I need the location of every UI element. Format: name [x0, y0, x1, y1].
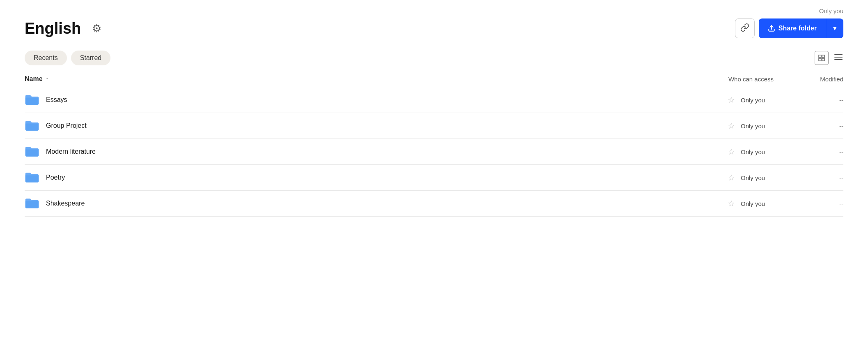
file-name: Essays: [46, 96, 67, 104]
column-modified-header: Modified: [782, 76, 843, 83]
star-icon[interactable]: ☆: [728, 95, 735, 105]
header-section: English ⚙ Share folder: [0, 14, 868, 46]
filter-row: Recents Starred: [0, 46, 868, 72]
share-folder-dropdown-button[interactable]: ▼: [826, 18, 843, 38]
top-access-label: Only you: [819, 7, 843, 14]
view-toggles: [815, 51, 843, 65]
top-bar: Only you: [0, 0, 868, 14]
list-view-button[interactable]: [834, 52, 843, 64]
page-title: English: [25, 20, 81, 37]
file-rows-container: Essays ☆ Only you -- Group Project ☆ Onl…: [25, 87, 843, 217]
access-text: Only you: [741, 122, 774, 129]
file-name-cell: Modern literature: [25, 145, 691, 158]
folder-icon: [25, 197, 39, 210]
file-name: Shakespeare: [46, 200, 85, 207]
column-access-header: Who can access: [691, 76, 782, 83]
star-icon[interactable]: ☆: [728, 147, 735, 157]
grid-view-button[interactable]: [815, 51, 829, 65]
file-modified-cell: --: [782, 174, 843, 181]
grid-view-icon: [818, 55, 825, 61]
star-icon[interactable]: ☆: [728, 173, 735, 182]
title-area: English ⚙: [25, 18, 106, 38]
file-access-cell: ☆ Only you: [691, 147, 782, 157]
file-access-cell: ☆ Only you: [691, 95, 782, 105]
svg-rect-1: [819, 55, 821, 58]
table-header-row: Name ↑ Who can access Modified: [25, 72, 843, 87]
name-column-label: Name: [25, 75, 43, 83]
file-modified-cell: --: [782, 200, 843, 207]
actions-area: Share folder ▼: [735, 18, 843, 38]
table-row[interactable]: Poetry ☆ Only you --: [25, 165, 843, 191]
file-modified-cell: --: [782, 148, 843, 155]
folder-icon: [25, 145, 39, 158]
file-modified-cell: --: [782, 97, 843, 104]
share-folder-wrapper: Share folder ▼: [759, 18, 843, 38]
copy-link-button[interactable]: [735, 18, 755, 38]
filter-pills: Recents Starred: [25, 51, 110, 65]
recents-filter-button[interactable]: Recents: [25, 51, 67, 65]
file-modified-cell: --: [782, 122, 843, 129]
svg-rect-3: [819, 58, 821, 61]
file-name-cell: Poetry: [25, 171, 691, 184]
file-name: Poetry: [46, 174, 65, 181]
file-access-cell: ☆ Only you: [691, 173, 782, 182]
settings-button[interactable]: ⚙: [87, 18, 106, 38]
table-row[interactable]: Essays ☆ Only you --: [25, 87, 843, 113]
folder-icon: [25, 94, 39, 106]
chevron-down-icon: ▼: [832, 25, 838, 32]
svg-rect-2: [822, 55, 824, 58]
table-row[interactable]: Modern literature ☆ Only you --: [25, 139, 843, 165]
file-name-cell: Group Project: [25, 120, 691, 132]
access-text: Only you: [741, 148, 774, 155]
file-name-cell: Essays: [25, 94, 691, 106]
share-folder-button[interactable]: Share folder: [759, 18, 826, 38]
svg-rect-4: [822, 58, 824, 61]
column-name-header[interactable]: Name ↑: [25, 75, 691, 83]
starred-filter-button[interactable]: Starred: [71, 51, 110, 65]
share-folder-label: Share folder: [778, 25, 817, 32]
sort-arrow-icon: ↑: [46, 76, 49, 82]
access-text: Only you: [741, 200, 774, 207]
table-row[interactable]: Shakespeare ☆ Only you --: [25, 191, 843, 217]
folder-icon: [25, 171, 39, 184]
access-text: Only you: [741, 174, 774, 181]
file-name: Modern literature: [46, 148, 96, 155]
file-name-cell: Shakespeare: [25, 197, 691, 210]
folder-icon: [25, 120, 39, 132]
gear-icon: ⚙: [92, 22, 101, 35]
file-access-cell: ☆ Only you: [691, 121, 782, 131]
access-text: Only you: [741, 97, 774, 104]
star-icon[interactable]: ☆: [728, 121, 735, 131]
share-upload-icon: [768, 25, 775, 32]
file-name: Group Project: [46, 122, 87, 129]
list-view-icon: [834, 52, 843, 62]
file-table: Name ↑ Who can access Modified Essays ☆ …: [0, 72, 868, 217]
table-row[interactable]: Group Project ☆ Only you --: [25, 113, 843, 139]
link-icon: [740, 23, 749, 34]
file-access-cell: ☆ Only you: [691, 199, 782, 208]
star-icon[interactable]: ☆: [728, 199, 735, 208]
